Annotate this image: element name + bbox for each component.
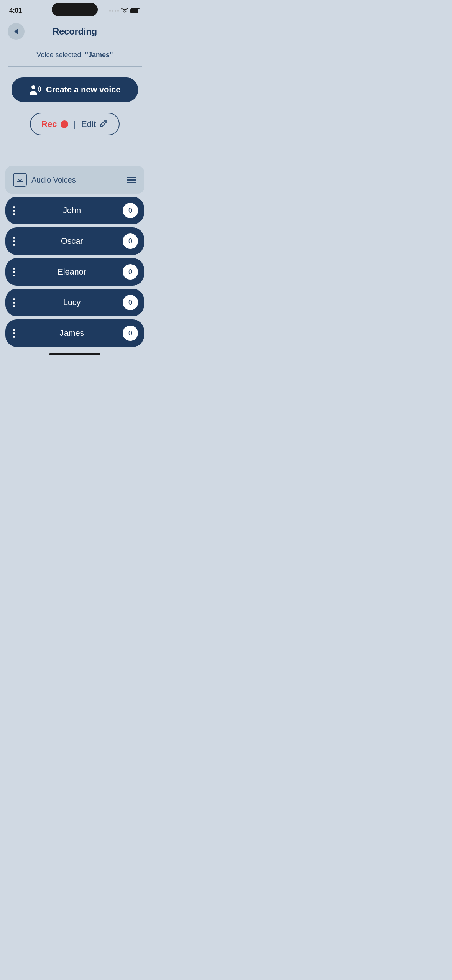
rec-edit-button[interactable]: Rec | Edit [30,113,120,135]
voice-count-badge: 0 [123,264,138,280]
dot [13,305,15,307]
person-wave-icon [29,84,41,95]
dot [13,210,15,212]
back-chevron-icon [14,29,18,34]
create-new-voice-button[interactable]: Create a new voice [12,77,138,102]
create-voice-label: Create a new voice [46,85,121,95]
dot [13,302,15,304]
voice-name: James [21,328,123,338]
svg-point-0 [31,85,35,89]
dot [13,298,15,300]
voice-count-badge: 0 [123,326,138,341]
voice-item-menu-dots[interactable] [13,298,15,307]
rec-edit-container: Rec | Edit [0,113,150,135]
dot [13,329,15,331]
voice-name: Eleanor [21,267,123,277]
rec-dot-icon [61,120,68,128]
dot [13,271,15,273]
voice-item-menu-dots[interactable] [13,237,15,246]
dot [13,237,15,239]
dot [13,275,15,276]
pipe-divider: | [74,119,76,129]
signal-icon [109,10,119,12]
rec-label: Rec [41,119,57,129]
voice-count-badge: 0 [123,295,138,310]
voice-name: John [21,206,123,215]
voice-item-menu-dots[interactable] [13,268,15,276]
hamburger-line [127,179,136,181]
audio-voices-header: Audio Voices [5,166,144,194]
voice-list-item[interactable]: Oscar 0 [5,227,144,255]
voice-selected-label: Voice selected: "James" [15,44,134,66]
dot [13,332,15,334]
voice-count-badge: 0 [123,203,138,218]
hamburger-menu-icon[interactable] [127,177,136,183]
voice-list-item[interactable]: John 0 [5,197,144,224]
dot [13,268,15,270]
voice-selected-name: "James" [85,51,113,59]
dot [13,213,15,215]
edit-label: Edit [81,119,96,129]
audio-voices-label: Audio Voices [31,176,76,184]
hamburger-line [127,177,136,178]
voice-count-badge: 0 [123,233,138,249]
dot [13,336,15,338]
audio-voices-section: Audio Voices John 0 Oscar 0 [0,166,150,347]
voice-list-item[interactable]: Eleanor 0 [5,258,144,286]
nav-bar: Recording [0,19,150,44]
status-bar: 4:01 [0,0,150,19]
voice-list: John 0 Oscar 0 Eleanor 0 Lucy 0 [5,197,144,347]
dot [13,206,15,208]
pencil-icon [100,119,108,129]
status-time: 4:01 [9,7,22,15]
voice-selected-prefix: Voice selected: [36,51,85,59]
back-button[interactable] [8,23,25,40]
home-indicator [49,353,100,355]
dot [13,244,15,246]
voice-item-menu-dots[interactable] [13,329,15,338]
dynamic-island [52,3,98,16]
dot [13,240,15,242]
battery-icon [130,8,140,13]
status-icons [109,8,140,13]
hamburger-line [127,182,136,183]
audio-voices-left: Audio Voices [13,173,76,187]
voice-name: Oscar [21,236,123,246]
voice-list-item[interactable]: James 0 [5,319,144,347]
wifi-icon [121,8,128,13]
voice-name: Lucy [21,298,123,307]
download-icon[interactable] [13,173,27,187]
voice-item-menu-dots[interactable] [13,206,15,215]
page-title: Recording [53,26,97,37]
voice-list-item[interactable]: Lucy 0 [5,289,144,316]
